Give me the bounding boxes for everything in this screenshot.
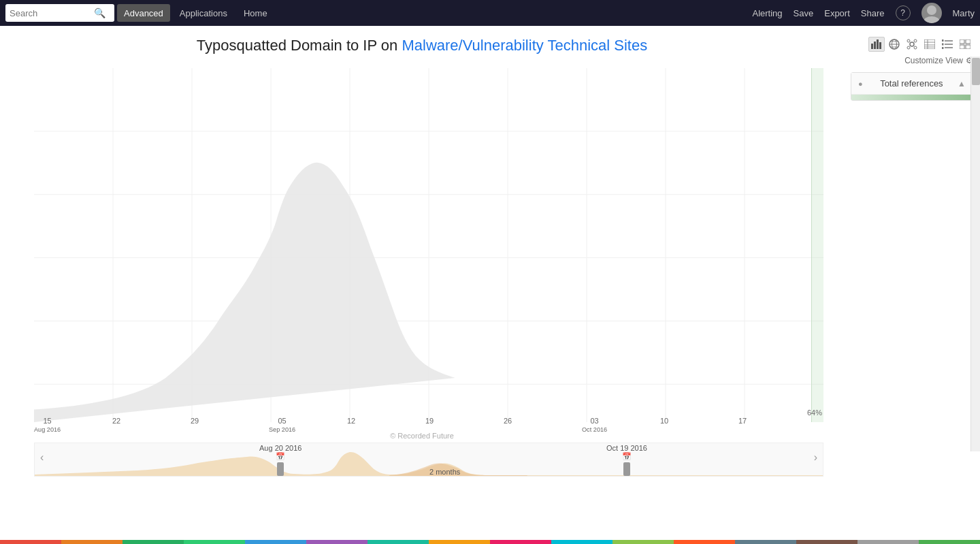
x-label-03: 03Oct 2016 (582, 417, 607, 433)
svg-rect-30 (924, 39, 935, 49)
customize-view[interactable]: Customize View ⚙ (844, 54, 980, 67)
x-label-19: 19 (425, 417, 434, 425)
legend-title: Total references (880, 78, 943, 89)
applications-link[interactable]: Applications (173, 8, 234, 18)
svg-rect-41 (960, 39, 964, 44)
share-link[interactable]: Share (861, 8, 885, 18)
chart-area: Typosquatted Domain to IP on Malware/Vul… (0, 26, 844, 544)
save-link[interactable]: Save (794, 8, 814, 18)
avatar (921, 3, 942, 23)
x-axis: 15Aug 2016 22 29 05Sep 2016 12 19 26 03O… (34, 417, 823, 444)
search-wrapper: 🔍 (5, 4, 114, 22)
search-button[interactable]: 🔍 (94, 7, 105, 18)
calendar-icon-3: 📅 (622, 452, 632, 461)
mini-chart: Aug 20 2016 📅 2 months Oct 19 2016 📅 ‹ › (34, 443, 823, 477)
timeline-handle-1[interactable] (277, 462, 284, 476)
scrollbar[interactable] (970, 57, 980, 451)
svg-point-0 (927, 5, 936, 15)
x-label-29: 29 (191, 417, 199, 425)
advanced-button[interactable]: Advanced (117, 4, 170, 22)
view-icons (844, 31, 980, 54)
svg-point-27 (914, 39, 917, 42)
bottom-color-bar (0, 540, 980, 544)
main-content: Typosquatted Domain to IP on Malware/Vul… (0, 26, 980, 544)
svg-point-29 (914, 46, 917, 49)
calendar-icon-1: 📅 (276, 452, 285, 461)
svg-rect-40 (942, 47, 944, 49)
svg-rect-18 (877, 39, 879, 49)
nav-arrow-left[interactable]: ‹ (40, 451, 44, 464)
svg-rect-19 (879, 42, 881, 49)
timeline-annotation-3: Oct 19 2016 📅 (606, 444, 647, 476)
globe-view-button[interactable] (886, 37, 902, 52)
timeline-date-3: Oct 19 2016 (606, 444, 647, 452)
legend-arrow: ▲ (958, 79, 966, 89)
legend-panel: ● Total references ▲ (851, 72, 973, 101)
right-panel: Customize View ⚙ ● Total references ▲ (844, 26, 980, 544)
home-link[interactable]: Home (237, 8, 274, 18)
timeline-annotation-1: Aug 20 2016 📅 (259, 444, 301, 476)
search-input[interactable] (10, 8, 91, 18)
svg-rect-16 (871, 44, 873, 49)
help-button[interactable]: ? (896, 5, 911, 20)
x-label-17: 17 (738, 417, 747, 425)
pct-label: 64% (807, 409, 822, 417)
nav-arrow-right[interactable]: › (814, 451, 817, 464)
x-label-12: 12 (347, 417, 355, 425)
chart-view-button[interactable] (868, 37, 885, 52)
legend-color-bar (851, 95, 973, 100)
credit-label: © Recorded Future (390, 432, 454, 440)
timeline-handle-3[interactable] (623, 462, 630, 476)
svg-point-1 (924, 16, 940, 23)
scrollbar-thumb[interactable] (972, 58, 980, 85)
svg-rect-44 (966, 45, 970, 49)
cluster-view-button[interactable] (904, 37, 920, 52)
export-link[interactable]: Export (824, 8, 850, 18)
list-view-button[interactable] (939, 37, 956, 52)
timeline-label-2: 2 months (429, 468, 460, 476)
customize-view-label: Customize View (904, 56, 963, 65)
svg-rect-39 (942, 44, 944, 46)
x-label-10: 10 (660, 417, 668, 425)
x-label-22: 22 (112, 417, 120, 425)
svg-point-28 (907, 46, 910, 49)
svg-point-25 (910, 42, 914, 46)
alerting-link[interactable]: Alerting (753, 8, 783, 18)
legend-header[interactable]: ● Total references ▲ (851, 73, 973, 95)
user-name: Marty (953, 8, 975, 18)
chart-container: 15Aug 2016 22 29 05Sep 2016 12 19 26 03O… (14, 68, 830, 477)
svg-rect-17 (874, 42, 876, 49)
navbar: 🔍 Advanced Applications Home Alerting Sa… (0, 0, 980, 26)
svg-point-26 (907, 39, 910, 42)
svg-rect-42 (966, 39, 970, 44)
x-label-05: 05Sep 2016 (269, 417, 295, 433)
timeline-annotation-2: 2 months (429, 468, 460, 476)
x-label-15: 15Aug 2016 (34, 417, 61, 433)
nav-right: Alerting Save Export Share ? Marty (753, 3, 975, 23)
chart-title: Typosquatted Domain to IP on Malware/Vul… (14, 26, 830, 61)
timeline-date-1: Aug 20 2016 (259, 444, 301, 452)
svg-rect-43 (960, 45, 964, 49)
x-label-26: 26 (504, 417, 512, 425)
legend-dot: ● (858, 80, 863, 88)
chart-svg (34, 68, 823, 422)
green-highlight (811, 68, 823, 422)
table-view-button[interactable] (921, 37, 938, 52)
tile-view-button[interactable] (957, 37, 973, 52)
svg-rect-38 (942, 39, 944, 42)
